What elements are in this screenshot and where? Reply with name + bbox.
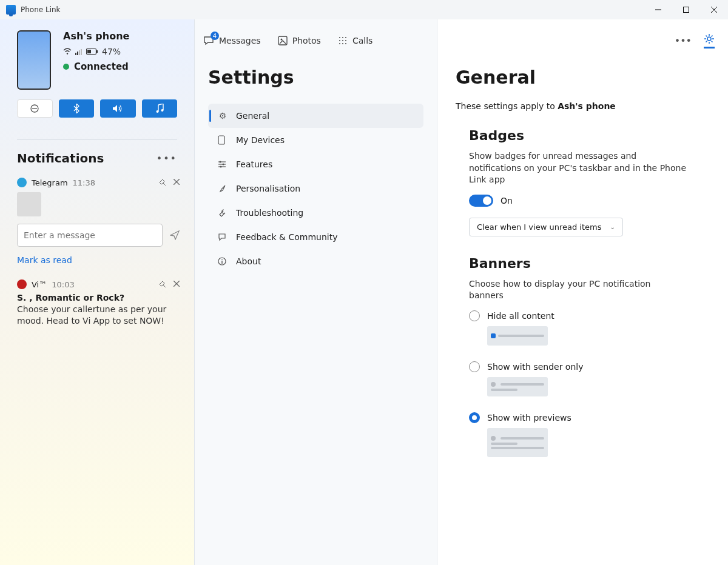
svg-rect-1 — [684, 7, 689, 13]
battery-icon — [86, 48, 98, 55]
radio-icon[interactable] — [469, 361, 480, 372]
svg-point-30 — [345, 43, 346, 44]
svg-point-41 — [707, 37, 711, 41]
dismiss-icon[interactable] — [174, 281, 180, 288]
notifications-title: Notifications — [17, 151, 104, 165]
nav-troubleshooting[interactable]: Troubleshooting — [208, 201, 423, 225]
notif-app-name: Vi™ — [32, 280, 47, 289]
device-name: Ash's phone — [63, 30, 129, 42]
center-column: 4 Messages Photos Calls Settings — [194, 19, 437, 565]
svg-point-28 — [339, 43, 340, 44]
dnd-button[interactable] — [17, 99, 53, 118]
settings-title: Settings — [208, 67, 423, 88]
tab-photos[interactable]: Photos — [278, 36, 321, 45]
gear-icon: ⚙ — [218, 111, 228, 121]
svg-point-24 — [345, 37, 346, 38]
tab-calls[interactable]: Calls — [338, 36, 372, 45]
clear-dropdown[interactable]: Clear when I view unread items ⌄ — [469, 218, 623, 236]
banners-section: Banners Choose how to display your PC no… — [469, 256, 710, 457]
nav-label: Troubleshooting — [236, 208, 303, 218]
svg-point-14 — [156, 110, 158, 113]
tab-label: Photos — [292, 36, 321, 45]
notification-item[interactable]: Telegram 11:38 Mark as read — [0, 172, 194, 273]
svg-point-21 — [280, 39, 282, 41]
phone-image — [17, 30, 51, 90]
notif-time: 11:38 — [73, 178, 95, 187]
send-icon[interactable] — [170, 230, 180, 240]
minimize-button[interactable] — [644, 0, 672, 19]
messages-icon: 4 — [203, 35, 214, 46]
badges-title: Badges — [469, 128, 710, 143]
banner-option-sender[interactable]: Show with sender only — [469, 361, 710, 396]
nav-feedback[interactable]: Feedback & Community — [208, 225, 423, 249]
notif-app-name: Telegram — [32, 178, 68, 187]
dismiss-icon[interactable] — [174, 179, 180, 186]
features-icon — [218, 160, 228, 169]
radio-label: Hide all content — [487, 311, 554, 321]
tab-label: Calls — [352, 36, 372, 45]
bluetooth-button[interactable] — [59, 99, 94, 118]
nav-label: General — [236, 111, 269, 121]
svg-rect-7 — [79, 50, 80, 55]
svg-rect-6 — [77, 52, 78, 55]
nav-my-devices[interactable]: My Devices — [208, 128, 423, 152]
music-button[interactable] — [142, 99, 177, 118]
nav-label: Features — [236, 159, 272, 169]
svg-rect-10 — [96, 50, 98, 53]
banner-option-hide[interactable]: Hide all content — [469, 310, 710, 346]
radio-icon[interactable] — [469, 412, 480, 423]
notification-item[interactable]: Vi™ 10:03 S. , Romantic or Rock? Choose … — [0, 273, 194, 335]
volume-button[interactable] — [100, 99, 135, 118]
nav-about[interactable]: About — [208, 249, 423, 273]
mark-read-link[interactable]: Mark as read — [17, 255, 180, 265]
badges-section: Badges Show badges for unread messages a… — [469, 128, 710, 236]
app-title: Phone Link — [21, 5, 61, 14]
banner-option-previews[interactable]: Show with previews — [469, 412, 710, 457]
signal-icon — [75, 48, 83, 55]
titlebar: Phone Link — [0, 0, 728, 19]
maximize-button[interactable] — [672, 0, 700, 19]
svg-rect-31 — [218, 136, 224, 144]
status-text: Connected — [74, 61, 129, 72]
svg-rect-5 — [75, 53, 76, 55]
general-title: General — [456, 67, 710, 88]
radio-label: Show with sender only — [487, 362, 583, 372]
battery-percent: 47% — [102, 47, 121, 56]
notif-thumbnail — [17, 192, 41, 216]
photos-icon — [278, 36, 288, 45]
radio-icon[interactable] — [469, 310, 480, 321]
info-icon — [218, 257, 228, 266]
svg-rect-8 — [81, 49, 82, 55]
more-icon[interactable]: ••• — [675, 35, 692, 47]
nav-general[interactable]: ⚙ General — [208, 104, 423, 128]
telegram-icon — [17, 178, 27, 187]
notifications-more-icon[interactable]: ••• — [157, 153, 177, 164]
settings-gear-icon[interactable] — [704, 33, 715, 48]
close-button[interactable] — [700, 0, 728, 19]
preview-hide — [487, 326, 548, 346]
pin-icon[interactable] — [159, 179, 166, 186]
nav-label: Feedback & Community — [236, 232, 338, 242]
sidebar-left: Ash's phone 47% — [0, 19, 194, 565]
svg-point-23 — [342, 37, 343, 38]
toggle-label: On — [500, 196, 513, 206]
svg-point-37 — [220, 166, 222, 168]
nav-features[interactable]: Features — [208, 152, 423, 176]
dropdown-value: Clear when I view unread items — [477, 222, 601, 232]
banners-desc: Choose how to display your PC notificati… — [469, 278, 687, 302]
svg-point-35 — [220, 161, 221, 163]
radio-label: Show with previews — [487, 413, 571, 423]
pin-icon[interactable] — [159, 281, 166, 288]
svg-point-15 — [161, 109, 163, 112]
svg-point-4 — [67, 53, 68, 54]
nav-personalisation[interactable]: Personalisation — [208, 176, 423, 201]
reply-input[interactable] — [17, 224, 163, 247]
notif-title: S. , Romantic or Rock? — [17, 293, 180, 303]
device-stats: 47% — [63, 47, 129, 56]
svg-point-29 — [342, 43, 343, 44]
banners-title: Banners — [469, 256, 710, 271]
badges-toggle[interactable] — [469, 195, 493, 207]
app-icon — [6, 5, 16, 15]
tab-messages[interactable]: 4 Messages — [203, 35, 261, 46]
status-dot — [63, 64, 69, 70]
